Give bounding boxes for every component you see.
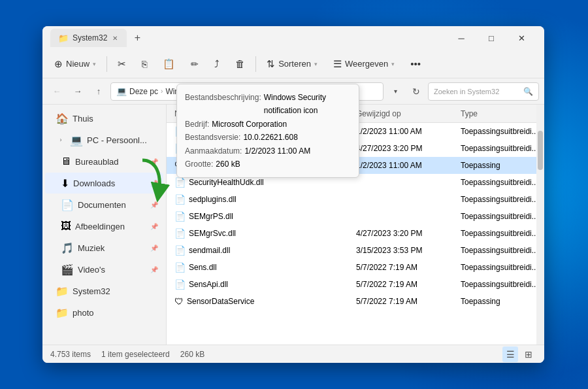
breadcrumb-label-0: Deze pc <box>129 87 158 96</box>
row-modified: 1/2/2023 11:00 AM <box>356 161 461 170</box>
list-view-btn[interactable]: ☰ <box>502 347 518 362</box>
sidebar-item-bureaublad[interactable]: 🖥 Bureaublad <box>45 151 163 172</box>
sort-chevron-icon: ▾ <box>314 61 318 67</box>
row-name: 📄 sedplugins.dll <box>167 194 356 205</box>
file-name: SensorDataService <box>187 297 254 306</box>
tooltip-size-label: Grootte: <box>185 158 213 171</box>
row-modified: 4/27/2023 3:20 PM <box>356 144 461 153</box>
row-modified: 1/2/2023 11:00 AM <box>356 127 461 136</box>
row-type: Toepassingsuitbreidi... <box>461 263 536 272</box>
file-name: sedplugins.dll <box>189 195 237 204</box>
table-row[interactable]: 📄 Sens.dll 5/7/2022 7:19 AM Toepassingsu… <box>167 259 536 276</box>
forward-btn[interactable]: → <box>69 82 87 101</box>
new-icon: ⊕ <box>54 58 63 70</box>
row-type: Toepassingsuitbreidi... <box>461 144 536 153</box>
table-row[interactable]: 📄 sedplugins.dll Toepassingsuitbreidi...… <box>167 191 536 208</box>
close-btn[interactable]: ✕ <box>506 26 536 50</box>
table-row[interactable]: 🛡 SensorDataService 5/7/2022 7:19 AM Toe… <box>167 293 536 310</box>
rename-btn[interactable]: ✏ <box>184 54 205 75</box>
sidebar-item-photo[interactable]: 📁 photo <box>45 302 163 323</box>
view-btn[interactable]: ☰ Weergeven ▾ <box>327 54 401 75</box>
table-row[interactable]: 📄 SEMgrPS.dll Toepassingsuitbreidi... 60… <box>167 208 536 225</box>
table-row[interactable]: 📄 SensApi.dll 5/7/2022 7:19 AM Toepassin… <box>167 276 536 293</box>
tooltip-company-label: Bedrijf: <box>185 118 209 131</box>
folder-icon: 📁 <box>56 285 69 297</box>
tab-area: 📁 System32 ✕ + <box>50 29 146 47</box>
tooltip-date-value: 1/2/2023 11:00 AM <box>244 144 310 158</box>
refresh-btn[interactable]: ↻ <box>407 82 425 101</box>
back-btn[interactable]: ← <box>48 82 66 101</box>
paste-icon: 📋 <box>163 58 175 70</box>
row-name: 📄 sendmail.dll <box>167 245 356 256</box>
row-modified: 4/27/2023 3:20 PM <box>356 229 461 238</box>
sidebar-item-downloads[interactable]: ⬇ Downloads <box>45 173 163 194</box>
sidebar-item-documenten[interactable]: 📄 Documenten <box>45 194 163 215</box>
paste-btn[interactable]: 📋 <box>156 54 182 75</box>
sort-btn[interactable]: ⇅ Sorteren ▾ <box>260 54 324 75</box>
up-btn[interactable]: ↑ <box>90 82 108 101</box>
title-bar: 📁 System32 ✕ + ─ □ ✕ <box>42 26 544 50</box>
new-tab-btn[interactable]: + <box>128 29 146 47</box>
row-type: Toepassingsuitbreidi... <box>461 195 536 204</box>
search-icon: 🔍 <box>523 87 533 96</box>
col-header-type[interactable]: Type <box>461 109 536 118</box>
scrollbar-thumb[interactable] <box>538 131 543 170</box>
sort-label: Sorteren <box>278 59 311 69</box>
row-name: 📄 SensApi.dll <box>167 279 356 290</box>
col-header-modified[interactable]: Gewijzigd op <box>356 109 461 118</box>
table-row[interactable]: 📄 sendmail.dll 3/15/2023 3:53 PM Toepass… <box>167 242 536 259</box>
video-icon: 🎬 <box>61 263 74 276</box>
more-btn[interactable]: ••• <box>404 54 427 75</box>
scrollbar[interactable] <box>536 105 544 345</box>
expand-icon: › <box>56 137 66 143</box>
new-btn[interactable]: ⊕ Nieuw ▾ <box>48 54 103 75</box>
tab-close-btn[interactable]: ✕ <box>111 33 119 43</box>
table-row[interactable]: 📄 SEMgrSvc.dll 4/27/2023 3:20 PM Toepass… <box>167 225 536 242</box>
row-type: Toepassingsuitbreidi... <box>461 127 536 136</box>
selected-status: 1 item geselecteerd <box>101 350 170 359</box>
breadcrumb-item-0[interactable]: Deze pc <box>129 87 158 96</box>
delete-icon: 🗑 <box>235 58 245 69</box>
sidebar-item-thuis[interactable]: 🏠 Thuis <box>45 108 163 129</box>
content-area: 🏠 Thuis › 💻 PC - Persoonl... 🖥 Bureaubla… <box>42 105 544 345</box>
address-dropdown-btn[interactable]: ▾ <box>386 82 404 101</box>
minimize-btn[interactable]: ─ <box>446 26 476 50</box>
file-icon: 📄 <box>174 211 186 222</box>
window-tab[interactable]: 📁 System32 ✕ <box>50 29 127 47</box>
file-name: Sens.dll <box>189 263 217 272</box>
file-name: SecurityHealthUdk.dll <box>189 178 264 187</box>
sidebar-item-afbeeldingen[interactable]: 🖼 Afbeeldingen <box>45 216 163 237</box>
search-box[interactable]: Zoeken in System32 🔍 <box>428 82 539 101</box>
sidebar-item-system32[interactable]: 📁 System32 <box>45 280 163 301</box>
maximize-btn[interactable]: □ <box>476 26 506 50</box>
row-name: 🛡 SensorDataService <box>167 296 356 307</box>
copy-btn[interactable]: ⎘ <box>135 54 154 75</box>
sidebar-label-photo: photo <box>73 308 94 318</box>
file-name: SensApi.dll <box>189 280 228 289</box>
grid-view-btn[interactable]: ⊞ <box>521 347 536 362</box>
file-name: sendmail.dll <box>189 246 230 255</box>
pc-icon: 💻 <box>116 86 127 96</box>
row-type: Toepassing <box>461 297 536 306</box>
delete-btn[interactable]: 🗑 <box>229 54 252 75</box>
sidebar-label-afbeeldingen: Afbeeldingen <box>75 222 125 231</box>
downloads-icon: ⬇ <box>61 177 69 190</box>
sidebar-item-pc[interactable]: › 💻 PC - Persoonl... <box>45 129 163 150</box>
row-type: Toepassingsuitbreidi... <box>461 212 536 221</box>
row-modified: 5/7/2022 7:19 AM <box>356 280 461 289</box>
view-chevron-icon: ▾ <box>391 61 395 67</box>
file-icon: 📄 <box>174 194 186 205</box>
tooltip-company-value: Microsoft Corporation <box>212 118 287 131</box>
row-name: 📄 Sens.dll <box>167 262 356 273</box>
file-icon: 📄 <box>174 279 186 290</box>
more-icon: ••• <box>410 58 421 69</box>
copy-icon: ⎘ <box>142 59 147 69</box>
share-btn[interactable]: ⤴ <box>208 54 226 75</box>
sidebar-item-muziek[interactable]: 🎵 Muziek <box>45 237 163 258</box>
sidebar-label-downloads: Downloads <box>73 178 115 188</box>
bc-sep-0: › <box>161 88 163 95</box>
status-left: 4.753 items 1 item geselecteerd 260 kB <box>50 350 502 359</box>
cut-btn[interactable]: ✂ <box>111 54 133 75</box>
sidebar-item-videos[interactable]: 🎬 Video's <box>45 259 163 280</box>
file-icon: 📄 <box>174 245 186 256</box>
